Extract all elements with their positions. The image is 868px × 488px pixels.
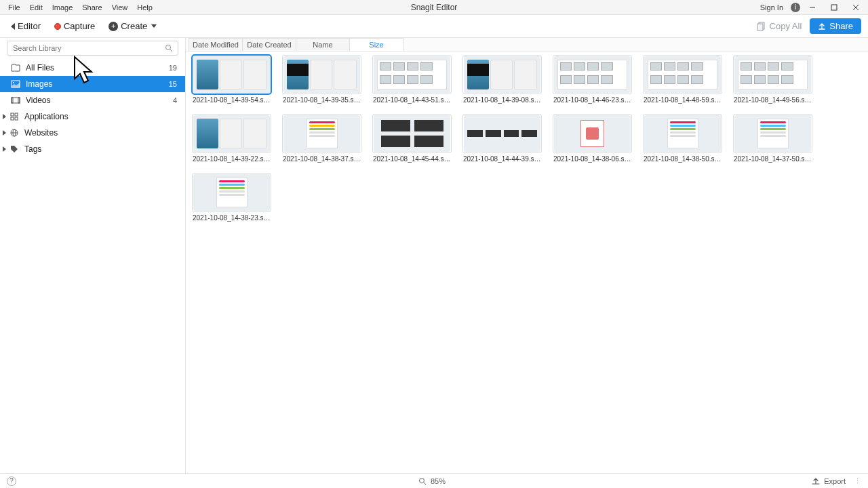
copy-all-button[interactable]: Copy All (757, 21, 802, 31)
help-icon[interactable]: ? (7, 476, 16, 486)
export-button[interactable]: Export (824, 477, 846, 485)
chevron-left-icon (11, 23, 15, 30)
file-thumbnail[interactable]: 2021-10-08_14-38-37.snagx (283, 115, 361, 163)
toolbar: Editor Capture + Create Copy All Share (0, 15, 868, 38)
file-name: 2021-10-08_14-39-54.snagx (193, 96, 271, 104)
tab-name[interactable]: Name (296, 38, 350, 51)
menu-file[interactable]: File (4, 2, 24, 13)
more-icon[interactable]: ⋮ (854, 476, 861, 485)
tab-size[interactable]: Size (349, 38, 403, 51)
thumbnail-image (193, 56, 271, 94)
file-name: 2021-10-08_14-39-08.snagx (463, 96, 541, 104)
search-input[interactable] (7, 41, 178, 56)
file-thumbnail[interactable]: 2021-10-08_14-38-23.snagx (193, 174, 271, 222)
menu-edit[interactable]: Edit (26, 2, 47, 13)
menu-items: File Edit Image Share View Help (0, 2, 157, 13)
sidebar-item-tags[interactable]: Tags (0, 141, 185, 157)
svg-line-7 (170, 49, 172, 52)
file-name: 2021-10-08_14-39-35.snagx (283, 96, 361, 104)
file-thumbnail[interactable]: 2021-10-08_14-37-50.snagx (734, 115, 812, 163)
thumbnail-image (463, 56, 541, 94)
file-thumbnail[interactable]: 2021-10-08_14-48-59.snagx (644, 56, 722, 104)
svg-point-6 (166, 45, 171, 50)
sidebar-item-all-files[interactable]: All Files 19 (0, 60, 185, 76)
info-icon[interactable]: i (791, 3, 800, 12)
zoom-level[interactable]: 85% (431, 477, 446, 485)
svg-rect-12 (18, 98, 20, 103)
video-icon (11, 96, 20, 104)
file-name: 2021-10-08_14-49-56.snagx (734, 96, 812, 104)
thumbnail-image (283, 115, 361, 152)
tab-date-modified[interactable]: Date Modified (189, 38, 243, 51)
apps-icon (9, 113, 19, 121)
share-button[interactable]: Share (810, 18, 861, 34)
sidebar-item-applications[interactable]: Applications (0, 108, 185, 125)
file-name: 2021-10-08_14-38-06.snagx (553, 155, 631, 163)
search-icon[interactable] (418, 477, 427, 485)
thumbnail-image (553, 115, 631, 152)
sidebar-item-images[interactable]: Images 15 (0, 76, 185, 92)
svg-rect-11 (12, 98, 13, 103)
maximize-button[interactable] (825, 0, 844, 15)
expand-icon (3, 114, 6, 119)
file-thumbnail[interactable]: 2021-10-08_14-39-22.snagx (193, 115, 271, 163)
sign-in-button[interactable]: Sign In (757, 2, 788, 13)
thumbnail-image (734, 56, 812, 94)
thumbnail-image (644, 115, 722, 152)
editor-button[interactable]: Editor (7, 18, 45, 34)
file-name: 2021-10-08_14-38-37.snagx (283, 155, 361, 163)
svg-rect-16 (15, 117, 18, 120)
svg-rect-13 (11, 113, 14, 116)
capture-button[interactable]: Capture (50, 18, 99, 34)
image-icon (11, 80, 20, 88)
folder-icon (11, 64, 20, 72)
file-thumbnail[interactable]: 2021-10-08_14-44-39.snagx (463, 115, 541, 163)
menu-share[interactable]: Share (78, 2, 106, 13)
create-button[interactable]: + Create (104, 18, 161, 34)
file-name: 2021-10-08_14-48-59.snagx (644, 96, 722, 104)
file-thumbnail[interactable]: 2021-10-08_14-38-06.snagx (553, 115, 631, 163)
file-thumbnail[interactable]: 2021-10-08_14-43-51.snagx (373, 56, 451, 104)
sidebar: All Files 19 Images 15 Videos 4 Applicat… (0, 38, 186, 473)
close-button[interactable] (846, 0, 865, 15)
file-name: 2021-10-08_14-45-44.snagx (373, 155, 451, 163)
svg-rect-1 (831, 5, 837, 10)
file-thumbnail[interactable]: 2021-10-08_14-39-35.snagx (283, 56, 361, 104)
file-thumbnail[interactable]: 2021-10-08_14-39-54.snagx (193, 56, 271, 104)
sidebar-item-videos[interactable]: Videos 4 (0, 92, 185, 108)
thumbnail-image (734, 115, 812, 152)
plus-icon: + (108, 22, 118, 31)
minimize-button[interactable] (803, 0, 822, 15)
file-thumbnail[interactable]: 2021-10-08_14-45-44.snagx (373, 115, 451, 163)
file-thumbnail[interactable]: 2021-10-08_14-49-56.snagx (734, 56, 812, 104)
expand-icon (3, 146, 6, 152)
copy-icon (757, 22, 766, 31)
status-bar: ? 85% Export ⋮ (0, 473, 868, 488)
thumbnail-image (193, 174, 271, 211)
file-name: 2021-10-08_14-39-22.snagx (193, 155, 271, 163)
thumbnail-image (463, 115, 541, 152)
sort-tabs: Date Modified Date Created Name Size (186, 38, 868, 52)
file-name: 2021-10-08_14-38-23.snagx (193, 214, 271, 222)
svg-point-20 (419, 478, 424, 483)
search-icon (165, 44, 173, 52)
thumbnail-image (193, 115, 271, 152)
menu-image[interactable]: Image (48, 2, 77, 13)
menu-view[interactable]: View (108, 2, 132, 13)
file-name: 2021-10-08_14-43-51.snagx (373, 96, 451, 104)
export-icon (812, 477, 820, 485)
expand-icon (3, 130, 6, 136)
sidebar-item-websites[interactable]: Websites (0, 125, 185, 141)
tab-date-created[interactable]: Date Created (242, 38, 296, 51)
menu-help[interactable]: Help (133, 2, 157, 13)
share-icon (818, 22, 826, 30)
window-title: Snagit Editor (411, 3, 458, 12)
svg-rect-15 (11, 117, 14, 120)
file-thumbnail[interactable]: 2021-10-08_14-38-50.snagx (644, 115, 722, 163)
file-thumbnail[interactable]: 2021-10-08_14-39-08.snagx (463, 56, 541, 104)
file-thumbnail[interactable]: 2021-10-08_14-46-23.snagx (553, 56, 631, 104)
svg-rect-14 (15, 113, 18, 116)
svg-line-21 (424, 483, 426, 485)
file-name: 2021-10-08_14-46-23.snagx (553, 96, 631, 104)
globe-icon (9, 129, 19, 137)
